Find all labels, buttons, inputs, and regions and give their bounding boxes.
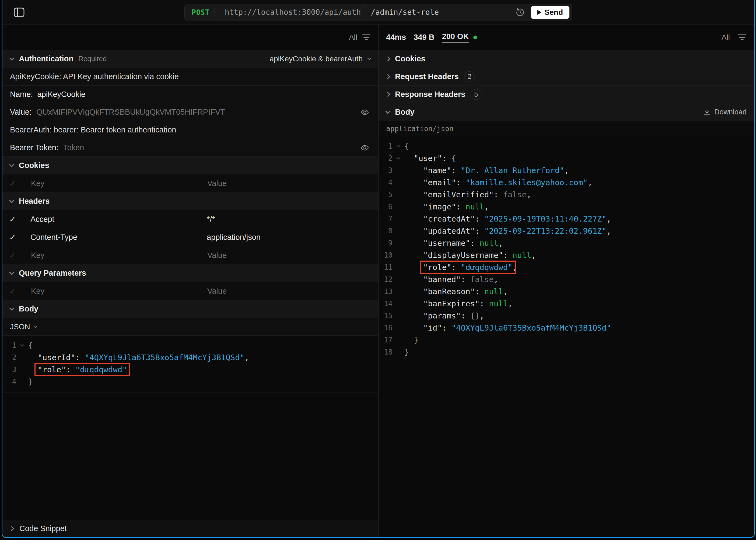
code-text: "id": "4QXYqL9Jla6T35Bxo5afM4McYj3B1QSd" bbox=[404, 323, 611, 333]
line-number: 16 bbox=[378, 324, 392, 332]
line-number: 1 bbox=[378, 142, 392, 150]
header-key-input[interactable] bbox=[30, 251, 199, 260]
header-key[interactable]: Accept bbox=[30, 215, 199, 224]
filter-icon[interactable] bbox=[737, 35, 747, 40]
code-text: "updatedAt": "2025-09-22T13:22:02.961Z", bbox=[404, 226, 611, 235]
code-line: 17 } bbox=[378, 334, 754, 346]
chevron-down-icon bbox=[9, 306, 14, 310]
section-query-parameters[interactable]: Query Parameters bbox=[2, 264, 378, 282]
line-number: 12 bbox=[378, 275, 392, 283]
line-number: 3 bbox=[2, 365, 16, 374]
response-section-body[interactable]: Body Download bbox=[378, 103, 754, 121]
line-number: 1 bbox=[2, 341, 16, 349]
code-line: 15 "params": {}, bbox=[378, 310, 754, 322]
code-line: 12 "banned": false, bbox=[378, 273, 754, 285]
response-section-request-headers[interactable]: Request Headers 2 bbox=[378, 68, 754, 85]
fold-chevron-icon[interactable] bbox=[392, 157, 404, 160]
chevron-right-icon bbox=[9, 526, 14, 531]
fold-chevron-icon[interactable] bbox=[392, 145, 404, 148]
code-text: "params": {}, bbox=[404, 311, 484, 320]
line-number: 4 bbox=[2, 377, 16, 386]
row-checkbox[interactable]: ✓ bbox=[2, 246, 23, 264]
eye-icon[interactable] bbox=[359, 106, 371, 118]
send-button[interactable]: Send bbox=[531, 6, 569, 19]
code-text: "banExpires": null, bbox=[404, 299, 513, 308]
line-number: 15 bbox=[378, 312, 392, 320]
header-value[interactable]: */* bbox=[207, 215, 378, 224]
row-checkbox[interactable]: ✓ bbox=[2, 228, 23, 246]
cookie-value-input[interactable] bbox=[207, 179, 378, 188]
code-text: } bbox=[28, 377, 33, 386]
response-section-response-headers[interactable]: Response Headers 5 bbox=[378, 85, 754, 103]
bearer-token-input[interactable] bbox=[63, 143, 355, 152]
path-input[interactable]: /admin/set-role bbox=[371, 8, 439, 17]
code-line: 6 "image": null, bbox=[378, 201, 754, 213]
chevron-right-icon bbox=[385, 92, 390, 97]
section-body[interactable]: Body bbox=[2, 300, 378, 318]
line-number: 4 bbox=[378, 178, 392, 187]
section-cookies[interactable]: Cookies bbox=[2, 156, 378, 174]
address-divider bbox=[215, 8, 215, 16]
response-section-cookies[interactable]: Cookies bbox=[378, 50, 754, 68]
header-key[interactable]: Content-Type bbox=[30, 233, 199, 242]
fold-chevron-icon[interactable] bbox=[16, 344, 28, 347]
header-row-accept: ✓ Accept */* bbox=[2, 210, 378, 228]
base-url-input[interactable]: http://localhost:3000/api/auth bbox=[220, 5, 366, 19]
bearer-description: BearerAuth: bearer: Bearer token authent… bbox=[2, 121, 378, 139]
eye-icon[interactable] bbox=[359, 142, 371, 154]
code-line: 3 "name": "Dr. Allan Rutherford", bbox=[378, 164, 754, 176]
apikey-value-row: Value: bbox=[2, 103, 378, 121]
auth-scheme-select[interactable]: apiKeyCookie & bearerAuth bbox=[269, 55, 363, 63]
response-panel: 44ms 349 B 200 OK All Cookies Request He… bbox=[378, 25, 754, 537]
section-authentication[interactable]: Authentication Required apiKeyCookie & b… bbox=[2, 50, 378, 68]
code-text: } bbox=[404, 347, 409, 357]
response-status[interactable]: 200 OK bbox=[442, 32, 469, 43]
code-text: "displayUsername": null, bbox=[404, 251, 536, 260]
apikey-value-input[interactable] bbox=[36, 107, 355, 117]
row-checkbox[interactable]: ✓ bbox=[2, 175, 23, 192]
line-number: 8 bbox=[378, 227, 392, 235]
code-text: "role": "dưqdqwdwd", bbox=[404, 263, 517, 272]
code-line: 1{ bbox=[2, 339, 378, 351]
header-value[interactable]: application/json bbox=[207, 233, 378, 242]
history-icon[interactable] bbox=[514, 6, 526, 18]
query-value-input[interactable] bbox=[207, 286, 378, 296]
chevron-down-icon bbox=[9, 162, 14, 167]
body-format-select[interactable]: JSON bbox=[10, 323, 30, 331]
request-filter-bar: All bbox=[2, 25, 378, 50]
row-checkbox[interactable]: ✓ bbox=[2, 282, 23, 300]
line-number: 9 bbox=[378, 239, 392, 247]
query-key-input[interactable] bbox=[30, 286, 199, 296]
code-line: 3 "role": "dưqdqwdwd" bbox=[2, 363, 378, 375]
header-value-input[interactable] bbox=[207, 251, 378, 260]
request-filter-all[interactable]: All bbox=[349, 33, 357, 42]
line-number: 13 bbox=[378, 287, 392, 296]
line-number: 2 bbox=[2, 353, 16, 361]
top-bar: POST http://localhost:3000/api/auth /adm… bbox=[2, 0, 754, 25]
http-method-badge[interactable]: POST bbox=[192, 8, 210, 16]
request-headers-count-badge: 2 bbox=[464, 71, 475, 82]
response-duration: 44ms bbox=[386, 33, 406, 42]
code-text: "email": "kamille.skiles@yahoo.com", bbox=[404, 178, 592, 187]
sidebar-toggle-icon[interactable] bbox=[14, 8, 25, 17]
chevron-down-icon bbox=[9, 198, 14, 203]
code-text: "banReason": null, bbox=[404, 287, 508, 296]
cookie-key-input[interactable] bbox=[30, 179, 199, 188]
response-body-viewer[interactable]: 1{2 "user": {3 "name": "Dr. Allan Ruther… bbox=[378, 136, 754, 537]
row-checkbox[interactable]: ✓ bbox=[2, 210, 23, 228]
apikey-name-value: apiKeyCookie bbox=[37, 90, 85, 99]
section-headers[interactable]: Headers bbox=[2, 192, 378, 210]
code-text: "image": null, bbox=[404, 202, 489, 211]
response-size: 349 B bbox=[413, 33, 434, 42]
download-button[interactable]: Download bbox=[703, 108, 747, 116]
response-content-type: application/json bbox=[378, 121, 754, 136]
line-number: 17 bbox=[378, 336, 392, 344]
code-line: 10 "displayUsername": null, bbox=[378, 249, 754, 261]
line-number: 5 bbox=[378, 190, 392, 199]
filter-icon[interactable] bbox=[362, 35, 371, 40]
response-headers-count-badge: 5 bbox=[471, 89, 481, 100]
line-number: 3 bbox=[378, 166, 392, 175]
response-filter-all[interactable]: All bbox=[721, 33, 730, 42]
request-body-editor[interactable]: 1{2 "userId": "4QXYqL9Jla6T35Bxo5afM4McY… bbox=[2, 336, 378, 392]
section-code-snippet[interactable]: Code Snippet bbox=[2, 520, 378, 537]
